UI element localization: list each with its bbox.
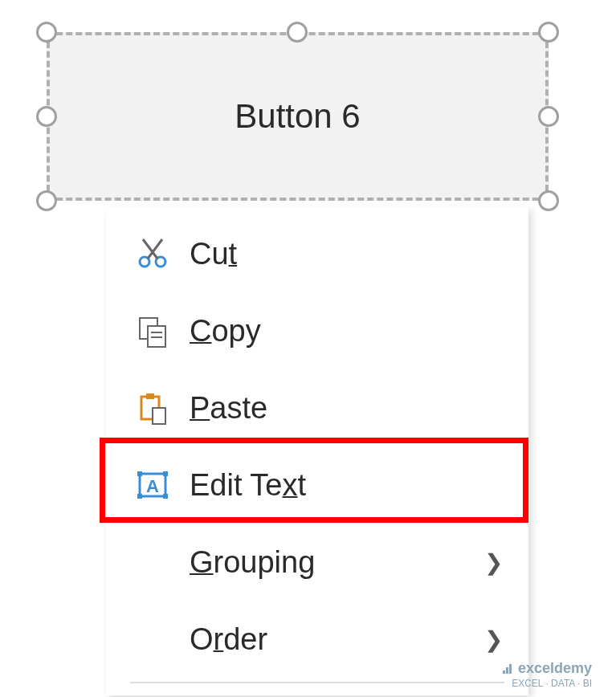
menu-item-cut[interactable]: Cut (106, 215, 528, 292)
menu-item-paste[interactable]: Paste (106, 369, 528, 446)
svg-rect-13 (137, 471, 142, 476)
paste-icon (129, 390, 177, 426)
watermark-logo-icon (501, 662, 514, 675)
resize-handle-ne[interactable] (538, 22, 559, 43)
svg-rect-14 (163, 471, 168, 476)
svg-rect-19 (509, 664, 512, 674)
form-control-button[interactable]: Button 6 (47, 32, 549, 201)
cut-icon (129, 236, 177, 271)
resize-handle-sw[interactable] (36, 190, 57, 211)
menu-label-edit-text: Edit Text (190, 468, 306, 503)
svg-rect-15 (137, 494, 142, 499)
svg-text:A: A (146, 476, 159, 496)
watermark-tagline: EXCEL · DATA · BI (501, 678, 592, 689)
button-label: Button 6 (235, 97, 360, 136)
resize-handle-se[interactable] (538, 190, 559, 211)
resize-handle-e[interactable] (538, 106, 559, 127)
submenu-arrow-icon: ❯ (484, 549, 503, 576)
watermark: exceldemy EXCEL · DATA · BI (501, 660, 592, 689)
svg-rect-9 (146, 393, 154, 399)
menu-label-order: Order (190, 622, 267, 657)
menu-item-edit-text[interactable]: A Edit Text (106, 446, 528, 524)
resize-handle-nw[interactable] (36, 22, 57, 43)
svg-rect-18 (506, 667, 508, 674)
copy-icon (129, 313, 177, 348)
menu-item-order[interactable]: Order ❯ (106, 601, 528, 678)
submenu-arrow-icon: ❯ (484, 626, 503, 653)
edit-text-icon: A (129, 467, 177, 503)
menu-label-paste: Paste (190, 391, 267, 426)
menu-label-grouping: Grouping (190, 545, 315, 580)
resize-handle-w[interactable] (36, 106, 57, 127)
svg-rect-16 (163, 494, 168, 499)
svg-rect-17 (503, 671, 505, 674)
resize-handle-n[interactable] (287, 22, 308, 43)
menu-label-copy: Copy (190, 314, 261, 348)
menu-label-cut: Cut (190, 237, 237, 271)
menu-separator (130, 682, 504, 683)
svg-rect-10 (153, 408, 165, 424)
context-menu: Cut Copy Paste (106, 207, 528, 695)
menu-item-grouping[interactable]: Grouping ❯ (106, 524, 528, 601)
watermark-brand: exceldemy (518, 660, 592, 678)
canvas: Button 6 Cut (0, 0, 616, 697)
menu-item-copy[interactable]: Copy (106, 292, 528, 369)
